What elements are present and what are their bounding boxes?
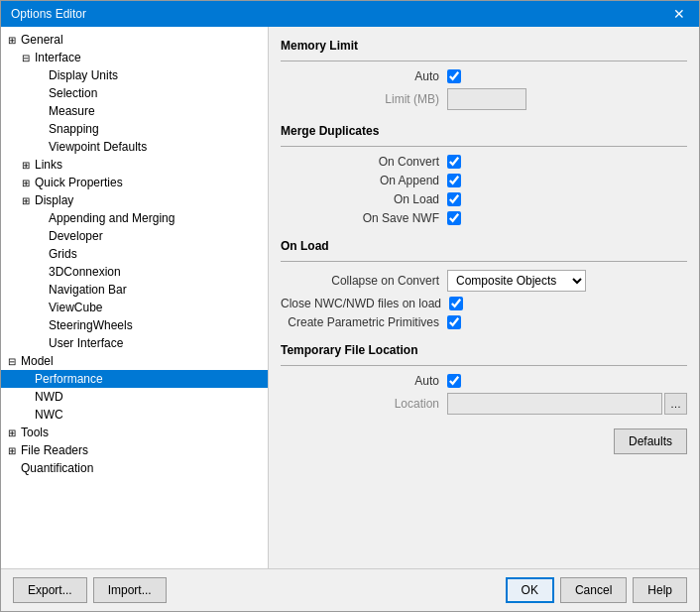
close-nwc-label: Close NWC/NWD files on load (281, 297, 441, 310)
on-load-section: On Load Collapse on Convert Composite Ob… (281, 239, 687, 329)
tree-label-viewcube: ViewCube (49, 301, 102, 314)
on-load-label: On Load (281, 192, 439, 206)
on-load-checkbox[interactable] (447, 192, 461, 206)
tree-label-nwc: NWC (35, 408, 63, 422)
temp-auto-row: Auto (281, 374, 687, 388)
bottom-bar: Export... Import... OK Cancel Help (1, 568, 699, 611)
help-button[interactable]: Help (633, 577, 687, 603)
tree-expand-file-readers[interactable]: ⊞ (5, 445, 19, 456)
on-load-row: On Load (281, 192, 687, 206)
create-parametric-checkbox[interactable] (447, 315, 461, 329)
tree-item-measure[interactable]: Measure (1, 102, 268, 120)
tree-item-file-readers[interactable]: ⊞File Readers (1, 441, 268, 459)
tree-label-links: Links (35, 158, 62, 172)
close-nwc-checkbox[interactable] (449, 297, 463, 310)
tree-label-general: General (21, 33, 63, 47)
tree-label-performance: Performance (35, 372, 103, 386)
tree-item-viewcube[interactable]: ViewCube (1, 299, 268, 316)
tree-label-appending-and-merging: Appending and Merging (49, 211, 175, 225)
tree-item-performance[interactable]: Performance (1, 370, 268, 388)
tree-item-snapping[interactable]: Snapping (1, 120, 268, 138)
tree-item-display-units[interactable]: Display Units (1, 66, 268, 84)
tree-item-navigation-bar[interactable]: Navigation Bar (1, 281, 268, 299)
tree-label-nwd: NWD (35, 390, 63, 404)
defaults-button[interactable]: Defaults (614, 428, 687, 454)
on-save-nwf-checkbox[interactable] (447, 211, 461, 225)
tree-label-viewpoint-defaults: Viewpoint Defaults (49, 140, 147, 154)
memory-auto-checkbox[interactable] (447, 69, 461, 83)
tree-item-3dconnexion[interactable]: 3DConnexion (1, 263, 268, 281)
tree-label-navigation-bar: Navigation Bar (49, 283, 127, 297)
memory-limit-section: Memory Limit Auto Limit (MB) 16269 (281, 39, 687, 110)
tree-label-grids: Grids (49, 247, 77, 261)
memory-limit-input[interactable]: 16269 (447, 88, 526, 110)
tree-label-steering-wheels: SteeringWheels (49, 318, 133, 332)
on-append-checkbox[interactable] (447, 174, 461, 187)
tree-item-model[interactable]: ⊟Model (1, 352, 268, 370)
tree-label-selection: Selection (49, 86, 97, 100)
tree-item-steering-wheels[interactable]: SteeringWheels (1, 316, 268, 334)
tree-label-user-interface: User Interface (49, 336, 123, 350)
merge-duplicates-title: Merge Duplicates (281, 124, 687, 138)
memory-limit-title: Memory Limit (281, 39, 687, 53)
tree-item-general[interactable]: ⊞General (1, 31, 268, 49)
tree-item-tools[interactable]: ⊞Tools (1, 424, 268, 441)
memory-limit-label: Limit (MB) (281, 92, 439, 106)
on-convert-row: On Convert (281, 155, 687, 169)
defaults-row: Defaults (281, 428, 687, 458)
tree-item-quantification[interactable]: Quantification (1, 459, 268, 477)
tree-expand-general[interactable]: ⊞ (5, 35, 19, 46)
on-convert-label: On Convert (281, 155, 439, 169)
tree-item-nwd[interactable]: NWD (1, 388, 268, 406)
tree-item-appending-and-merging[interactable]: Appending and Merging (1, 209, 268, 227)
close-nwc-row: Close NWC/NWD files on load (281, 297, 687, 310)
tree-item-interface[interactable]: ⊟Interface (1, 49, 268, 66)
tree-expand-quick-properties[interactable]: ⊞ (19, 178, 33, 188)
browse-button[interactable]: … (664, 393, 687, 415)
on-convert-checkbox[interactable] (447, 155, 461, 169)
tree-expand-interface[interactable]: ⊟ (19, 53, 33, 63)
temp-auto-checkbox[interactable] (447, 374, 461, 388)
tree-item-display[interactable]: ⊞Display (1, 191, 268, 209)
location-input[interactable] (447, 393, 662, 415)
tree-item-user-interface[interactable]: User Interface (1, 334, 268, 352)
temp-file-title: Temporary File Location (281, 343, 687, 357)
ok-button[interactable]: OK (506, 577, 554, 603)
collapse-on-convert-row: Collapse on Convert Composite Objects No… (281, 270, 687, 292)
on-save-nwf-label: On Save NWF (281, 211, 439, 225)
cancel-button[interactable]: Cancel (560, 577, 627, 603)
tree-expand-model[interactable]: ⊟ (5, 356, 19, 367)
tree-expand-tools[interactable]: ⊞ (5, 428, 19, 438)
tree-item-nwc[interactable]: NWC (1, 406, 268, 424)
memory-auto-label: Auto (281, 69, 439, 83)
on-save-nwf-row: On Save NWF (281, 211, 687, 225)
title-bar: Options Editor ✕ (1, 1, 699, 27)
tree-item-selection[interactable]: Selection (1, 84, 268, 102)
tree-item-developer[interactable]: Developer (1, 227, 268, 245)
bottom-left-buttons: Export... Import... (13, 577, 167, 603)
close-button[interactable]: ✕ (669, 7, 689, 21)
tree-label-quick-properties: Quick Properties (35, 176, 123, 189)
tree-item-viewpoint-defaults[interactable]: Viewpoint Defaults (1, 138, 268, 156)
on-load-section-title: On Load (281, 239, 687, 253)
export-button[interactable]: Export... (13, 577, 87, 603)
tree-label-3dconnexion: 3DConnexion (49, 265, 121, 279)
collapse-label: Collapse on Convert (281, 274, 439, 288)
memory-limit-row: Limit (MB) 16269 (281, 88, 687, 110)
temp-file-section: Temporary File Location Auto Location … (281, 343, 687, 415)
on-append-row: On Append (281, 174, 687, 187)
tree-expand-links[interactable]: ⊞ (19, 160, 33, 171)
collapse-select[interactable]: Composite Objects None All (447, 270, 586, 292)
create-parametric-row: Create Parametric Primitives (281, 315, 687, 329)
on-append-label: On Append (281, 174, 439, 187)
main-content: ⊞General⊟InterfaceDisplay UnitsSelection… (1, 27, 699, 568)
tree-expand-display[interactable]: ⊞ (19, 195, 33, 206)
tree-item-quick-properties[interactable]: ⊞Quick Properties (1, 174, 268, 191)
bottom-right-buttons: OK Cancel Help (506, 577, 687, 603)
tree-item-links[interactable]: ⊞Links (1, 156, 268, 174)
tree-label-interface: Interface (35, 51, 81, 64)
tree-item-grids[interactable]: Grids (1, 245, 268, 263)
memory-auto-row: Auto (281, 69, 687, 83)
import-button[interactable]: Import... (93, 577, 167, 603)
tree-label-model: Model (21, 354, 54, 368)
